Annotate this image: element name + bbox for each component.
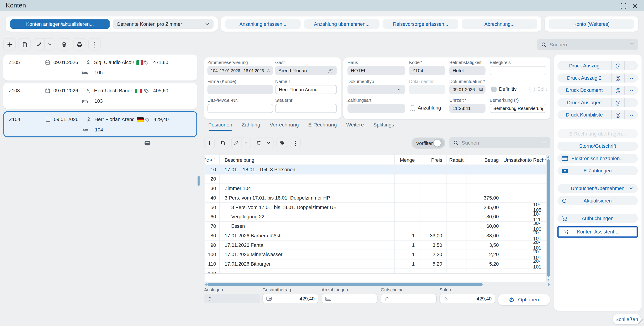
table-row[interactable]: 120 [205,269,546,274]
account-card[interactable]: Z104 09.01.2026 Herr Florian Arend 429,4… [4,111,197,137]
uid-field[interactable] [207,104,273,113]
name1-field[interactable]: Herr Florian Arend [275,85,337,94]
email-at-icon[interactable]: @ [611,98,624,107]
betriebstaetigkeit-field[interactable]: Hotel [449,66,486,75]
anzahlung-checkbox[interactable]: Anzahlung [410,105,441,111]
filter-icon[interactable] [541,140,547,145]
chevron-down-icon[interactable] [264,138,273,148]
print-action-button[interactable]: Druck Auszug @ ⋯ [557,61,638,70]
more-options-button[interactable]: ⋮ [88,38,100,50]
list-search-input[interactable]: Suchen [537,39,638,50]
person-add-icon[interactable] [327,68,334,73]
column-header-pc[interactable]: Pc▲1 [205,155,220,165]
steuernr-field[interactable] [275,104,337,113]
konto-action-button[interactable]: Anzahlung erfassen... [225,19,300,29]
konto-action-button[interactable]: Abrechnung... [462,19,537,29]
sidebar-action-button[interactable]: E-Zahlungen [557,166,638,175]
more-positions-button[interactable]: ⋮ [290,138,300,148]
column-header-rechnung[interactable]: Rechnung [532,155,546,165]
column-header-betrag[interactable]: Betrag [467,155,503,165]
account-card[interactable]: Z105 09.01.2026 Sig. Claudio Alcolei 471… [4,54,197,80]
tab[interactable]: Positionen [208,122,232,130]
more-options-icon[interactable]: ⋯ [624,73,637,83]
scroll-up-icon[interactable] [547,156,550,158]
filter-icon[interactable] [629,42,634,47]
zimmerreservierung-field[interactable]: 104 17.01.2026 - 18.01.2026 A [207,66,273,75]
tab[interactable]: Weitere [346,122,364,130]
table-row[interactable]: 110 17.01.2026 Bitburger 1 5,20 5,20 20-… [205,260,546,269]
scroll-left-icon[interactable] [205,283,207,286]
table-row[interactable]: 50 3 Pers. vom 17.01. bis 18.01. Doppelz… [205,203,546,212]
print-positions-button[interactable] [276,138,287,148]
table-row[interactable]: 30 Zimmer 104 [205,184,546,193]
tab[interactable]: Zahlung [242,122,260,130]
tab[interactable]: Verrechnung [270,122,299,130]
zahlungsart-field[interactable] [348,104,405,113]
more-options-icon[interactable]: ⋯ [624,86,637,95]
more-options-icon[interactable]: ⋯ [624,61,637,70]
edit-icon[interactable] [232,138,241,148]
copy-button[interactable] [18,38,31,50]
delete-position-split-button[interactable] [254,138,274,148]
column-header-umsatzkonto[interactable]: Umsatzkonto [503,155,532,165]
tab[interactable]: E-Rechnung [308,122,337,130]
vorfilter-toggle[interactable] [433,139,444,147]
scroll-right-icon[interactable] [548,283,550,286]
calendar-icon[interactable] [478,87,484,92]
print-button[interactable] [73,38,85,50]
email-at-icon[interactable]: @ [611,110,624,119]
edit-position-split-button[interactable] [231,138,251,148]
add-button[interactable] [4,38,16,50]
sidebar-action-button[interactable]: Aufbuchungen [557,214,638,223]
konten-mode-select[interactable]: Getrennte Konten pro Zimmer [113,19,214,29]
dokumenttyp-select[interactable]: ---- [348,85,405,94]
scroll-down-icon[interactable] [547,279,550,281]
table-row[interactable]: 20 [205,174,546,184]
copy-position-button[interactable] [218,138,228,148]
konto-action-button[interactable]: Anzahlung übernehmen... [304,19,380,29]
vertical-scrollbar[interactable] [547,155,550,282]
sidebar-action-button[interactable]: Elektronisch bezahlen... [557,154,638,163]
fullscreen-icon[interactable] [619,2,628,9]
more-options-icon[interactable]: ⋯ [624,110,637,119]
account-card[interactable]: Z103 09.01.2026 Herr Ulrich Bauer 405,60 [4,83,197,109]
column-header-preis[interactable]: Preis [419,155,446,165]
tab[interactable]: Splittings [373,122,394,130]
sidebar-action-button[interactable]: Konten-Assistent... [557,226,638,238]
horizontal-scrollbar[interactable] [204,283,550,286]
dokumentdatum-field[interactable]: 09.01.2026 [449,85,486,94]
print-action-button[interactable]: Druck Kombiliste @ ⋯ [557,110,638,119]
table-row[interactable]: 80 17.01.2026 Barbera d'Asti 1 33,00 33,… [205,231,546,241]
optionen-button[interactable]: ⚙ Optionen [498,294,550,306]
add-position-button[interactable] [204,138,215,148]
sidebar-action-button[interactable]: Umbuchen/Übernehmen [557,184,638,193]
edit-split-button[interactable] [34,38,55,50]
sidebar-action-button[interactable]: Aktualisieren [557,196,638,205]
table-row[interactable]: 40 3 Pers. vom 17.01. bis 18.01. Doppelz… [205,193,546,203]
konto-action-button[interactable]: Reisevorsorge erfassen... [383,19,458,29]
horizontal-scroll-thumb[interactable] [207,283,482,286]
table-row[interactable]: 100 17.01.2026 Mineralwasser 1 2,20 2,20… [205,250,546,260]
delete-icon[interactable] [254,138,264,148]
konten-anlegen-button[interactable]: Konten anlegen/aktualisieren... [10,19,110,29]
email-at-icon[interactable]: @ [611,61,624,70]
uhrzeit-field[interactable]: 11:23:41 [449,104,486,113]
print-action-button[interactable]: Druck Auszug 2 @ ⋯ [557,73,638,83]
haus-field[interactable]: HOTEL [348,66,405,75]
chevron-down-icon[interactable] [241,138,250,148]
definitiv-checkbox[interactable]: Definitiv [491,86,516,92]
sidebar-action-button[interactable]: E-Rechnung übertragen... [557,129,638,138]
email-at-icon[interactable]: @ [611,73,624,83]
table-row[interactable]: 60 Verpflegung 22 30,00 10-111 [205,212,546,222]
print-action-button[interactable]: Druck Dokument @ ⋯ [557,86,638,95]
column-header-beschreibung[interactable]: Beschreibung [220,155,395,165]
email-at-icon[interactable]: @ [611,86,624,95]
schliessen-button[interactable]: Schließen [613,314,640,324]
table-row[interactable]: 10 17.01. - 18.01. 104 3 Personen [205,165,546,174]
more-options-icon[interactable]: ⋯ [624,98,637,107]
table-row[interactable]: 90 17.01.2026 Fanta 1 3,50 3,50 20-101 [205,241,546,250]
column-header-menge[interactable]: Menge [394,155,419,165]
edit-menu-chevron-icon[interactable] [44,39,54,50]
positions-search-input[interactable]: Suchen [449,137,550,148]
firma-field[interactable] [207,85,273,94]
